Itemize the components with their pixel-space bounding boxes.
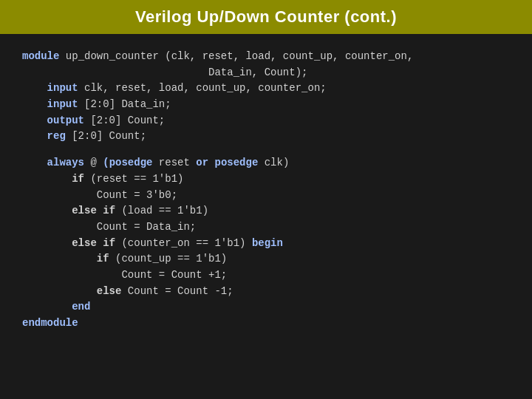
code-line-3: input [2:0] Data_in; xyxy=(22,97,510,113)
count4-rest: Count = Count -1; xyxy=(121,285,233,297)
kw-or: or xyxy=(196,157,208,168)
code-line-endmodule: endmodule xyxy=(22,316,510,332)
kw-if4: if xyxy=(97,253,109,265)
if1-rest: (reset == 1'b1) xyxy=(84,173,183,185)
kw-input-2: input xyxy=(22,98,78,110)
code-rest-2: clk, reset, load, count_up, counter_on; xyxy=(78,82,327,94)
code-line-1b: Data_in, Count); xyxy=(22,65,510,81)
if2-rest: (count_up == 1'b1) xyxy=(109,253,228,265)
kw-output: output xyxy=(22,115,84,126)
kw-if3: if xyxy=(97,237,115,249)
code-line-4: output [2:0] Count; xyxy=(22,113,510,129)
code-line-count3: Count = Count +1; xyxy=(22,267,510,284)
code-rest-1: up_down_counter (clk, reset, load, count… xyxy=(59,50,413,62)
if2-indent xyxy=(22,253,97,265)
kw-posedge1: (posedge xyxy=(97,157,153,168)
kw-begin: begin xyxy=(252,237,283,249)
code-rest-5: [2:0] Count; xyxy=(66,130,146,142)
kw-reg: reg xyxy=(22,130,66,142)
if1-indent xyxy=(22,173,72,185)
kw-end: end xyxy=(22,301,90,313)
code-line-count1: Count = 3'b0; xyxy=(22,188,510,204)
code-line-2: input clk, reset, load, count_up, counte… xyxy=(22,81,510,97)
code-content: module up_down_counter (clk, reset, load… xyxy=(0,34,532,399)
posedge1-rest: reset xyxy=(152,157,196,168)
code-rest-4: [2:0] Count; xyxy=(84,115,165,126)
slide: Verilog Up/Down Counter (cont.) module u… xyxy=(0,0,532,399)
code-line-always: always @ (posedge reset or posedge clk) xyxy=(22,155,510,171)
kw-if2: if xyxy=(97,205,115,216)
code-line-elseif1: else if (load == 1'b1) xyxy=(22,203,510,219)
code-line-1a: module up_down_counter (clk, reset, load… xyxy=(22,49,510,65)
code-line-else-count4: else Count = Count -1; xyxy=(22,284,510,300)
code-line-count2: Count = Data_in; xyxy=(22,219,510,236)
kw-module: module xyxy=(22,50,59,62)
title-bar: Verilog Up/Down Counter (cont.) xyxy=(0,0,532,34)
kw-endmodule: endmodule xyxy=(22,317,78,329)
kw-else1: else xyxy=(22,205,97,216)
code-block: module up_down_counter (clk, reset, load… xyxy=(22,49,510,332)
kw-if1: if xyxy=(72,173,84,185)
code-line-if2: if (count_up == 1'b1) xyxy=(22,251,510,267)
kw-else3: else xyxy=(22,285,121,297)
code-line-5: reg [2:0] Count; xyxy=(22,129,510,145)
kw-posedge2: posedge xyxy=(208,157,258,168)
kw-always: always xyxy=(22,157,84,168)
code-line-end: end xyxy=(22,299,510,316)
slide-title: Verilog Up/Down Counter (cont.) xyxy=(135,7,397,26)
at-sign: @ xyxy=(84,157,97,168)
code-line-if1: if (reset == 1'b1) xyxy=(22,171,510,188)
kw-else2: else xyxy=(22,237,97,249)
elseif2-rest: (counter_on == 1'b1) xyxy=(115,237,252,249)
kw-input-1: input xyxy=(22,82,78,94)
code-rest-3: [2:0] Data_in; xyxy=(78,98,171,110)
elseif1-rest: (load == 1'b1) xyxy=(115,205,208,216)
code-line-elseif2: else if (counter_on == 1'b1) begin xyxy=(22,236,510,252)
posedge2-rest: clk) xyxy=(258,157,289,168)
